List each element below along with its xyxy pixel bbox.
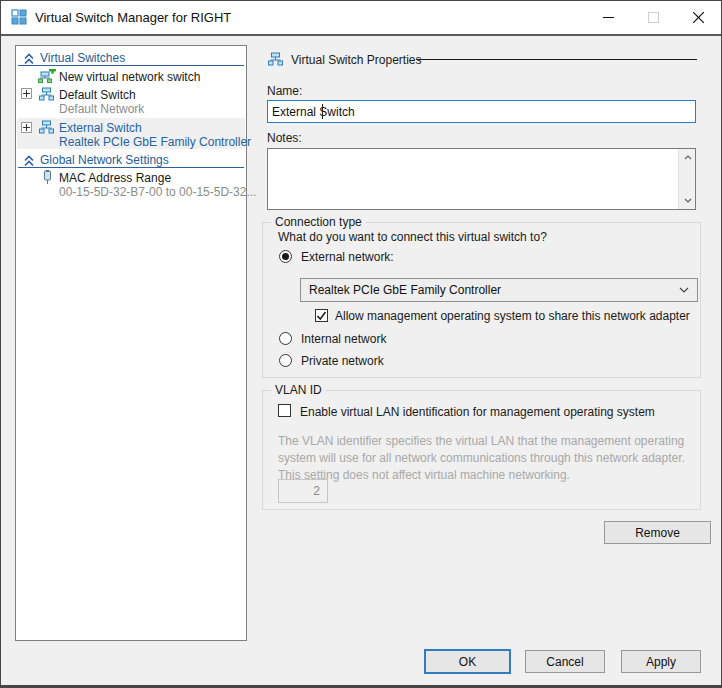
tree-item-default-switch[interactable]: Default Switch	[59, 88, 136, 102]
ok-button[interactable]: OK	[424, 649, 511, 674]
collapse-chevrons-icon[interactable]	[23, 53, 35, 65]
window-title: Virtual Switch Manager for RIGHT	[35, 10, 231, 25]
hyperv-app-icon	[11, 9, 28, 26]
expander-default-switch[interactable]	[21, 88, 32, 99]
tree-header-virtual-switches[interactable]: Virtual Switches	[40, 51, 125, 65]
tree-header-global-settings[interactable]: Global Network Settings	[40, 153, 169, 167]
share-adapter-checkbox[interactable]	[315, 309, 328, 322]
external-network-label[interactable]: External network:	[301, 250, 394, 264]
notes-label: Notes:	[267, 131, 302, 145]
connection-question: What do you want to connect this virtual…	[278, 230, 547, 244]
connection-type-legend: Connection type	[271, 215, 366, 229]
close-icon	[693, 12, 704, 23]
private-network-radio[interactable]	[279, 354, 292, 367]
internal-network-radio[interactable]	[279, 332, 292, 345]
switch-tree-panel: Virtual Switches New virtual network swi…	[15, 45, 247, 641]
enable-vlan-label[interactable]: Enable virtual LAN identification for ma…	[300, 405, 655, 419]
minimize-button[interactable]	[586, 1, 631, 34]
text-caret	[322, 104, 323, 119]
private-network-label[interactable]: Private network	[301, 354, 384, 368]
tree-item-mac-range[interactable]: MAC Address Range	[59, 171, 171, 185]
checkmark-icon	[316, 310, 327, 321]
internal-network-label[interactable]: Internal network	[301, 332, 386, 346]
remove-button[interactable]: Remove	[604, 521, 711, 544]
share-adapter-label[interactable]: Allow management operating system to sha…	[335, 309, 690, 323]
cancel-button[interactable]: Cancel	[525, 650, 605, 673]
name-label: Name:	[267, 84, 302, 98]
tree-sub-default-network[interactable]: Default Network	[59, 102, 144, 116]
title-bar: Virtual Switch Manager for RIGHT	[1, 1, 721, 34]
apply-button[interactable]: Apply	[621, 650, 701, 673]
chevron-down-icon	[679, 287, 689, 293]
notes-textarea[interactable]	[267, 148, 696, 210]
virtual-switch-manager-window: Virtual Switch Manager for RIGHT Virtu	[0, 0, 722, 688]
virtual-switch-icon	[268, 52, 283, 67]
name-input[interactable]	[267, 100, 696, 123]
scroll-down-icon[interactable]	[679, 192, 696, 209]
external-network-radio[interactable]	[279, 250, 292, 263]
virtual-switch-icon	[39, 120, 54, 135]
close-button[interactable]	[676, 1, 721, 34]
vlan-id-input	[278, 479, 328, 503]
mac-adapter-icon	[42, 170, 53, 185]
minimize-icon	[603, 12, 614, 23]
section-underline	[18, 167, 244, 168]
tree-item-new-virtual-switch[interactable]: New virtual network switch	[59, 70, 200, 84]
expander-external-switch[interactable]	[21, 122, 32, 133]
tree-sub-mac-range-value[interactable]: 00-15-5D-32-B7-00 to 00-15-5D-32...	[59, 185, 256, 199]
panel-title-rule	[417, 59, 697, 60]
vlan-description: The VLAN identifier specifies the virtua…	[278, 433, 685, 484]
tree-sub-external-adapter[interactable]: Realtek PCIe GbE Family Controller	[59, 135, 251, 149]
notes-scrollbar[interactable]	[678, 149, 695, 209]
scroll-up-icon[interactable]	[679, 149, 696, 166]
collapse-chevrons-icon[interactable]	[23, 155, 35, 167]
virtual-switch-icon	[39, 87, 54, 102]
section-underline	[18, 65, 244, 66]
maximize-button	[631, 1, 676, 34]
new-virtual-switch-icon	[38, 69, 56, 84]
adapter-dropdown-value: Realtek PCIe GbE Family Controller	[309, 283, 501, 297]
enable-vlan-checkbox[interactable]	[278, 404, 291, 417]
tree-item-external-switch[interactable]: External Switch	[59, 121, 142, 135]
panel-title: Virtual Switch Properties	[291, 53, 422, 67]
maximize-icon	[648, 12, 659, 23]
titlebar-divider	[1, 34, 721, 36]
adapter-dropdown[interactable]: Realtek PCIe GbE Family Controller	[300, 278, 698, 302]
vlan-id-legend: VLAN ID	[271, 383, 326, 397]
